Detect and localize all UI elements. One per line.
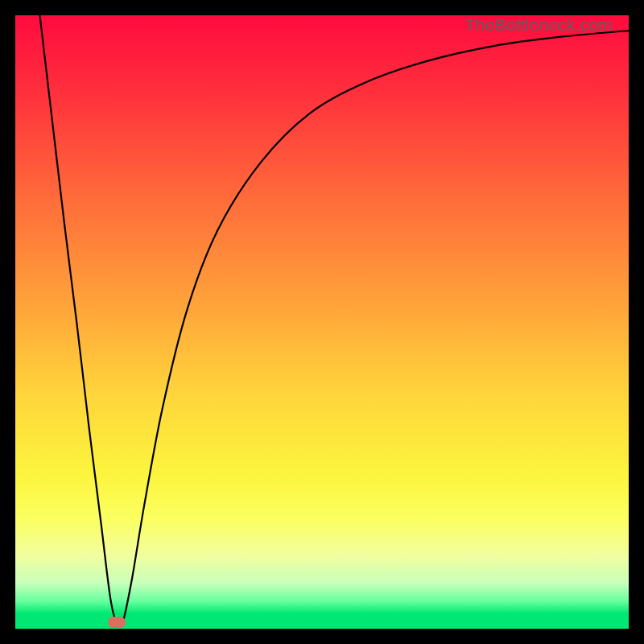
bottleneck-curve xyxy=(15,15,629,629)
optimal-point-marker xyxy=(108,617,126,628)
chart-area: TheBottleneck.com xyxy=(15,15,629,629)
